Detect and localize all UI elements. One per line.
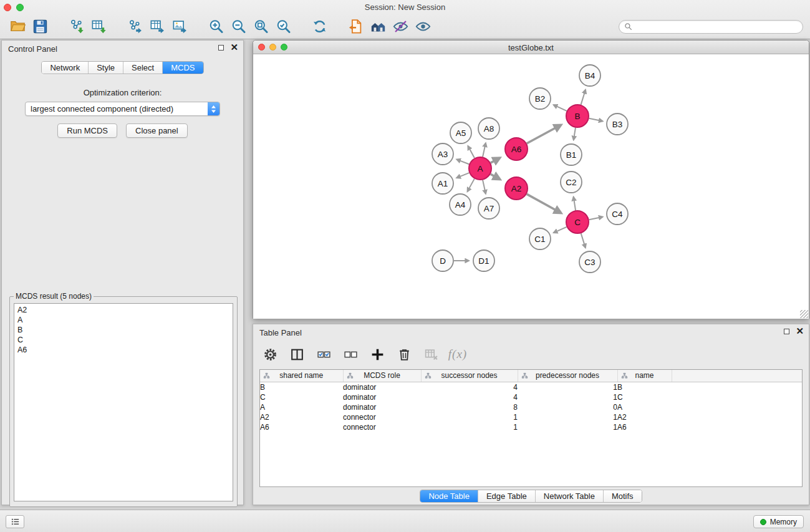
table-row-a[interactable]: Adominator80A [260,402,802,412]
float-panel-icon[interactable] [218,45,224,51]
graph-node-A[interactable]: A [469,157,491,180]
export-network-button[interactable] [123,17,146,37]
hide-graphics-details-button[interactable] [412,17,434,37]
graph-node-D[interactable]: D [432,250,453,271]
import-network-button[interactable] [65,17,87,37]
graph-node-C4[interactable]: C4 [607,203,628,225]
apply-layout-button[interactable] [308,17,330,37]
network-window-titlebar[interactable]: testGlobe.txt [253,41,809,54]
save-session-button[interactable] [29,17,51,37]
table-settings-button[interactable] [261,345,279,364]
criterion-select[interactable]: largest connected component (directed) [25,102,220,116]
graph-edge-C-C4[interactable] [589,217,603,220]
graph-edge-A-A5[interactable] [468,146,474,158]
table-row-a6[interactable]: A6connector11A6 [260,422,802,432]
search-input[interactable] [635,22,798,32]
table-tab-network-table[interactable]: Network Table [535,490,603,502]
table-row-a2[interactable]: A2connector11A2 [260,412,802,422]
delete-column-button[interactable] [395,345,413,364]
graph-node-A3[interactable]: A3 [432,143,453,165]
mcds-result-item[interactable]: B [14,325,233,335]
select-all-rows-button[interactable] [314,345,333,364]
run-mcds-button[interactable]: Run MCDS [57,123,117,138]
table-tab-node-table[interactable]: Node Table [420,490,478,502]
tab-select[interactable]: Select [123,62,162,74]
graph-edge-A-A4[interactable] [468,179,475,191]
network-overview-button[interactable] [367,17,389,37]
open-session-button[interactable] [6,17,29,37]
graph-edge-A-A7[interactable] [483,180,486,194]
column-header-predecessor-nodes[interactable]: predecessor nodes [518,370,617,382]
resize-handle-icon[interactable] [800,310,808,318]
graph-node-A6[interactable]: A6 [505,138,528,160]
graph-edge-B-B1[interactable] [574,128,576,140]
graph-node-C2[interactable]: C2 [561,172,582,193]
graph-edge-C-C2[interactable] [574,197,576,211]
graph-edge-C-C1[interactable] [554,227,567,233]
mcds-result-item[interactable]: C [14,335,233,345]
graph-edge-C-C3[interactable] [581,233,586,248]
table-row-c[interactable]: Cdominator41C [260,392,802,402]
task-history-button[interactable] [6,515,24,528]
tab-style[interactable]: Style [88,62,123,74]
graph-node-B3[interactable]: B3 [607,114,628,135]
graph-node-A7[interactable]: A7 [478,198,499,219]
graph-edge-B-B2[interactable] [554,105,567,111]
float-table-panel-icon[interactable] [784,329,789,334]
function-builder-button[interactable]: f(x) [448,345,467,364]
mcds-result-item[interactable]: A6 [14,345,233,355]
zoom-out-button[interactable] [227,17,249,37]
network-file-button[interactable] [344,17,367,37]
zoom-fit-button[interactable] [249,17,272,37]
mcds-result-item[interactable]: A [14,315,233,325]
graph-node-C[interactable]: C [566,211,589,233]
graph-edge-A2-C[interactable] [527,194,561,213]
close-panel-icon[interactable]: ✕ [230,44,238,51]
table-tab-edge-table[interactable]: Edge Table [478,490,535,502]
graph-edge-A6-B[interactable] [527,125,561,143]
graph-edge-A-A3[interactable] [456,160,469,165]
search-box[interactable] [619,20,803,34]
export-image-button[interactable] [168,17,191,37]
graph-node-C3[interactable]: C3 [579,251,600,273]
network-graph[interactable]: B4B2BB3A5A8A6B1A3AA1A2C2A4A7C4CC1C3DD1 [253,54,809,319]
mcds-result-item[interactable]: A2 [14,305,233,315]
close-panel-button[interactable]: Close panel [126,123,188,138]
zoom-selected-button[interactable] [272,17,294,37]
table-row-b[interactable]: Bdominator41B [260,382,802,392]
show-graphics-details-button[interactable] [389,17,412,37]
graph-edge-A-A6[interactable] [491,158,500,163]
tab-network[interactable]: Network [42,62,88,74]
column-header-mcds-role[interactable]: MCDS role [343,370,421,382]
column-header-successor-nodes[interactable]: successor nodes [421,370,518,382]
graph-node-A5[interactable]: A5 [450,122,471,143]
tab-mcds[interactable]: MCDS [162,62,203,74]
export-table-button[interactable] [146,17,168,37]
graph-edge-A-A2[interactable] [491,174,500,179]
column-header-name[interactable]: name [617,370,672,382]
column-header-shared-name[interactable]: shared name [260,370,343,382]
graph-node-A8[interactable]: A8 [478,118,499,139]
add-column-button[interactable] [368,345,387,364]
graph-node-B1[interactable]: B1 [561,144,582,165]
close-table-panel-icon[interactable]: ✕ [796,327,804,335]
memory-button[interactable]: Memory [753,515,804,528]
import-table-button[interactable] [87,17,110,37]
graph-edge-A-A8[interactable] [483,143,486,157]
graph-node-A1[interactable]: A1 [432,173,453,194]
graph-node-B[interactable]: B [566,105,589,127]
graph-node-B2[interactable]: B2 [529,88,551,109]
graph-edge-A-A1[interactable] [456,173,469,178]
deselect-all-rows-button[interactable] [341,345,360,364]
graph-node-A2[interactable]: A2 [505,177,528,200]
show-columns-button[interactable] [287,345,306,364]
graph-node-A4[interactable]: A4 [450,194,471,215]
graph-node-C1[interactable]: C1 [529,228,551,249]
table-tab-motifs[interactable]: Motifs [603,490,642,502]
graph-edge-B-B3[interactable] [589,118,603,121]
zoom-in-button[interactable] [205,17,227,37]
graph-edge-B-B4[interactable] [581,90,586,105]
network-canvas[interactable]: B4B2BB3A5A8A6B1A3AA1A2C2A4A7C4CC1C3DD1 [253,54,809,319]
graph-node-D1[interactable]: D1 [473,250,494,271]
graph-node-B4[interactable]: B4 [579,65,600,86]
